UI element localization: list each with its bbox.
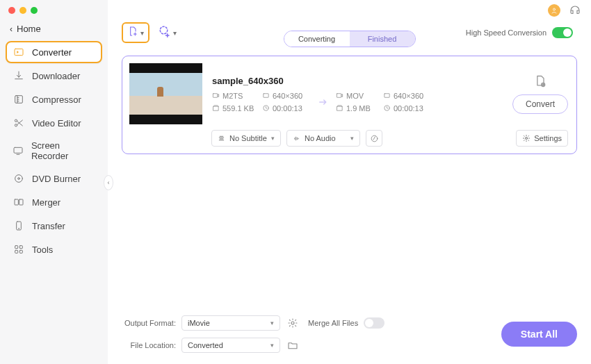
sidebar-item-tools[interactable]: Tools <box>6 238 102 260</box>
sidebar-item-label: Converter <box>32 47 72 58</box>
svg-rect-19 <box>264 94 268 98</box>
chevron-down-icon: ▾ <box>270 342 274 349</box>
file-name: sample_640x360 <box>212 76 503 86</box>
svg-point-25 <box>371 135 378 142</box>
screen-recorder-icon <box>13 144 24 157</box>
src-format: M2TS <box>212 92 258 100</box>
file-card: sample_640x360 M2TS 640×360 MOV 640×360 … <box>122 56 577 154</box>
user-avatar[interactable] <box>548 4 560 17</box>
chevron-down-icon: ▾ <box>140 29 144 37</box>
add-remote-button[interactable]: ▾ <box>155 22 180 43</box>
svg-rect-14 <box>19 250 22 253</box>
top-bar <box>108 0 591 18</box>
file-options-row: No Subtitle ▾ No Audio ▾ Settings <box>211 130 568 147</box>
svg-rect-13 <box>15 250 18 253</box>
dst-size: 1.9 MB <box>336 104 379 113</box>
output-form: Output Format: iMovie ▾ Merge All Files … <box>122 315 384 353</box>
svg-rect-20 <box>337 94 341 98</box>
maximize-window-button[interactable] <box>31 7 38 14</box>
file-location-select[interactable]: Converted ▾ <box>181 338 280 353</box>
sidebar-item-transfer[interactable]: Transfer <box>6 215 102 237</box>
window-controls <box>0 4 108 21</box>
home-link[interactable]: ‹ Home <box>0 21 108 40</box>
svg-point-27 <box>291 322 294 324</box>
audio-value: No Audio <box>305 134 336 142</box>
collapse-sidebar-button[interactable]: ‹ <box>104 175 113 190</box>
download-icon <box>13 69 25 82</box>
sidebar-item-converter[interactable]: Converter <box>6 41 102 63</box>
scissors-icon <box>13 117 25 129</box>
src-size: 559.1 KB <box>212 104 258 113</box>
dst-format: MOV <box>336 92 379 100</box>
video-thumbnail[interactable] <box>129 63 202 124</box>
sidebar-item-downloader[interactable]: Downloader <box>6 65 102 87</box>
sidebar-item-dvd-burner[interactable]: DVD Burner <box>6 167 102 190</box>
file-card-row: sample_640x360 M2TS 640×360 MOV 640×360 … <box>129 63 568 124</box>
bottom-bar: Output Format: iMovie ▾ Merge All Files … <box>108 307 591 364</box>
chevron-down-icon: ▾ <box>271 135 275 142</box>
file-location-label: File Location: <box>122 341 176 349</box>
sidebar-item-label: Tools <box>32 245 53 255</box>
tools-icon <box>13 243 25 256</box>
svg-rect-8 <box>19 199 23 205</box>
svg-rect-12 <box>19 246 22 249</box>
svg-rect-4 <box>14 147 22 153</box>
edit-output-button[interactable] <box>533 74 548 89</box>
svg-point-5 <box>15 175 23 183</box>
merge-wrap: Merge All Files <box>308 317 384 329</box>
toolbar: ▾ ▾ Converting Finished High Speed Conve… <box>108 18 591 50</box>
compressor-icon <box>13 93 25 106</box>
sidebar-item-screen-recorder[interactable]: Screen Recorder <box>6 135 102 166</box>
svg-point-6 <box>18 178 20 180</box>
sidebar-item-compressor[interactable]: Compressor <box>6 88 102 110</box>
sidebar-item-label: Merger <box>32 197 60 208</box>
audio-select[interactable]: No Audio ▾ <box>286 130 360 147</box>
sidebar-item-label: Screen Recorder <box>31 140 95 161</box>
sidebar-items: Converter Downloader Compressor Video Ed… <box>0 40 108 262</box>
dst-resolution: 640×360 <box>383 92 432 100</box>
svg-point-17 <box>160 26 168 34</box>
add-buttons: ▾ ▾ <box>122 22 180 43</box>
add-remote-icon <box>159 25 171 40</box>
file-actions: Convert <box>512 74 568 114</box>
file-meta: sample_640x360 M2TS 640×360 MOV 640×360 … <box>212 76 503 113</box>
dst-duration: 00:00:13 <box>383 104 432 113</box>
output-format-select[interactable]: iMovie ▾ <box>181 315 280 331</box>
status-tabs: Converting Finished <box>284 31 416 47</box>
settings-button[interactable]: Settings <box>516 130 568 147</box>
svg-rect-18 <box>213 94 217 98</box>
tab-converting[interactable]: Converting <box>284 31 350 47</box>
add-file-button[interactable]: ▾ <box>122 22 149 43</box>
svg-point-15 <box>553 8 556 10</box>
src-duration: 00:00:13 <box>262 104 311 113</box>
subtitle-select[interactable]: No Subtitle ▾ <box>211 130 281 147</box>
chevron-down-icon: ▾ <box>270 320 274 326</box>
file-info-grid: M2TS 640×360 MOV 640×360 559.1 KB 00:00:… <box>212 92 503 113</box>
output-settings-button[interactable] <box>286 316 300 330</box>
output-format-row: Output Format: iMovie ▾ Merge All Files <box>122 315 384 331</box>
open-folder-button[interactable] <box>286 338 300 352</box>
file-location-row: File Location: Converted ▾ <box>122 338 384 353</box>
high-speed-toggle[interactable] <box>552 27 573 38</box>
sidebar-item-label: DVD Burner <box>32 174 81 184</box>
chevron-left-icon: ‹ <box>10 24 13 34</box>
sidebar-item-merger[interactable]: Merger <box>6 191 102 213</box>
add-file-icon <box>127 26 138 40</box>
settings-label: Settings <box>534 134 562 142</box>
output-format-value: iMovie <box>188 319 210 327</box>
minimize-window-button[interactable] <box>19 7 26 14</box>
start-all-button[interactable]: Start All <box>501 322 577 347</box>
merge-label: Merge All Files <box>308 319 358 327</box>
high-speed-label: High Speed Conversion <box>466 28 547 37</box>
merge-toggle[interactable] <box>364 317 384 329</box>
disc-icon <box>13 172 25 185</box>
transfer-icon <box>13 220 25 232</box>
sidebar-item-label: Downloader <box>32 71 80 81</box>
tab-finished[interactable]: Finished <box>350 31 415 47</box>
info-button[interactable] <box>366 130 382 147</box>
convert-button[interactable]: Convert <box>512 94 568 114</box>
support-icon[interactable] <box>569 4 581 17</box>
close-window-button[interactable] <box>8 7 15 14</box>
sidebar-item-video-editor[interactable]: Video Editor <box>6 112 102 134</box>
svg-rect-21 <box>384 94 389 98</box>
